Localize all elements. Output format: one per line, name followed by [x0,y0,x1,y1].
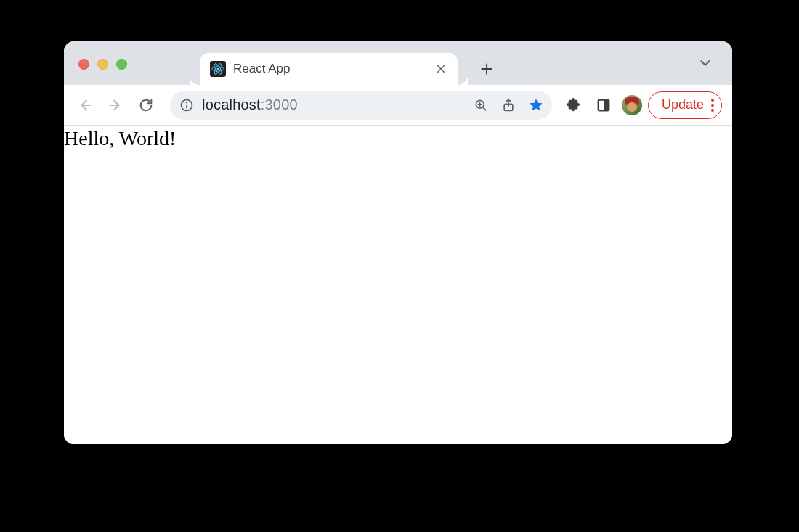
svg-rect-10 [604,99,609,110]
browser-toolbar: localhost:3000 [64,85,732,126]
url-port: :3000 [261,97,298,112]
zoom-icon[interactable] [469,94,492,117]
svg-point-5 [186,102,187,103]
page-viewport[interactable]: Hello, World! [64,126,732,444]
update-button[interactable]: Update [648,91,722,119]
url-text: localhost:3000 [202,97,462,113]
forward-button[interactable] [102,91,129,119]
new-tab-button[interactable] [474,56,500,82]
url-host: localhost [202,97,261,112]
reload-button[interactable] [132,91,160,119]
browser-tab[interactable]: React App [200,53,458,85]
extensions-icon[interactable] [559,91,587,119]
site-info-icon[interactable] [179,97,195,113]
tab-search-button[interactable] [691,49,719,77]
browser-window: React App [64,41,732,444]
tab-strip: React App [64,41,732,85]
window-minimize-button[interactable] [97,59,108,70]
address-bar[interactable]: localhost:3000 [170,91,552,120]
window-maximize-button[interactable] [116,59,127,70]
bookmark-star-icon[interactable] [524,94,548,117]
tab-title: React App [233,62,434,76]
back-button[interactable] [71,91,99,119]
tab-close-button[interactable] [434,62,447,75]
share-icon[interactable] [497,94,520,117]
svg-point-0 [216,67,219,70]
window-close-button[interactable] [78,59,89,70]
side-panel-icon[interactable] [590,91,617,119]
menu-dots-icon [711,99,714,112]
page-body-text: Hello, World! [64,126,732,150]
profile-avatar[interactable] [622,95,642,115]
svg-rect-6 [186,104,187,108]
window-controls [78,59,127,70]
react-logo-icon [210,61,226,77]
update-label: Update [662,97,704,112]
